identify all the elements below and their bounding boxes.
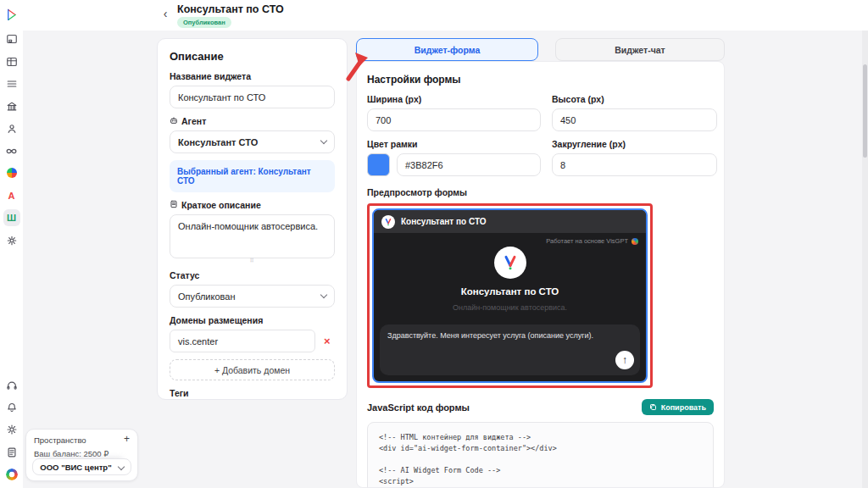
preview-center-subtitle: Онлайн-помощник автосервиса. [374,303,646,312]
sidebar-rail: A Ш [0,0,23,488]
preview-header: Консультант по СТО [374,210,646,233]
status-badge: Опубликован [177,17,231,28]
short-description-label: Краткое описание [170,200,335,210]
short-description-textarea[interactable]: Онлайн-помощник автосервиса. [170,214,335,258]
tab-widget-form[interactable]: Виджет-форма [356,38,538,61]
scrollbar-thumb[interactable] [863,64,867,158]
border-color-label: Цвет рамки [367,139,541,149]
js-code-title: JavaScript код формы [367,402,470,413]
form-settings-title: Настройки формы [367,74,714,86]
add-workspace-button[interactable]: + [124,435,130,445]
preview-center-avatar-icon [494,247,526,279]
widget-preview: Консультант по СТО Работает на основе Vi… [372,208,648,383]
js-code-text: <!-- HTML контейнер для виджета --> <div… [379,432,702,488]
preview-avatar-icon [381,215,395,229]
sidebar-item-integrations-icon[interactable] [3,142,20,159]
organization-select[interactable]: ООО "ВИС центр" [32,458,131,475]
app-logo-icon[interactable] [3,6,20,23]
chevron-down-icon [117,463,124,470]
preview-center-title: Консультант по СТО [374,286,646,297]
preview-title: Предпросмотр формы [367,187,714,197]
send-button[interactable]: ↑ [615,351,634,369]
copy-icon [649,403,657,411]
sidebar-item-widgets-icon[interactable]: Ш [3,209,20,226]
brand-spiral-icon [3,466,20,483]
height-label: Высота (px) [552,94,717,104]
preview-header-title: Консультант по СТО [401,217,487,226]
workspace-label: Пространство [34,435,86,445]
annotation-highlight-box: Консультант по СТО Работает на основе Vi… [367,203,653,388]
chevron-down-icon [320,291,327,298]
height-input[interactable]: 450 [552,108,717,131]
support-icon[interactable] [3,377,20,394]
remove-domain-icon[interactable]: × [324,335,331,347]
sidebar-item-settings-icon[interactable] [3,232,20,249]
width-label: Ширина (px) [367,94,541,104]
visgpt-icon [632,238,638,245]
tab-widget-chat[interactable]: Виджет-чат [555,38,725,61]
sidebar-item-list-icon[interactable] [3,75,20,92]
add-domain-button[interactable]: + Добавить домен [170,359,335,380]
workspace-card: Пространство + Ваш баланс: 2500 ₽ ООО "В… [25,429,138,481]
width-input[interactable]: 700 [367,108,541,131]
border-color-input[interactable]: #3B82F6 [397,153,541,176]
notifications-bell-icon[interactable] [3,399,20,416]
robot-icon [170,116,178,126]
powered-by-text: Работает на основе VisGPT [546,237,628,245]
resize-handle[interactable]: ⠿ [170,258,335,263]
sidebar-item-letter-a-icon[interactable]: A [3,187,20,204]
domain-input[interactable]: vis.center [170,330,315,352]
widget-name-label: Название виджета [170,71,335,81]
top-bar: ‹ Консультант по СТО Опубликован [0,0,868,30]
tags-label: Теги [170,388,335,398]
preview-message-input[interactable]: Здравствуйте. Меня интересует услуга (оп… [380,324,640,375]
sidebar-item-users-icon[interactable] [3,120,20,137]
theme-toggle-icon[interactable] [3,421,20,438]
radius-input[interactable]: 8 [552,153,717,176]
agent-select[interactable]: Консультант СТО [170,130,335,153]
chevron-down-icon [320,137,327,144]
sidebar-item-organization-icon[interactable] [3,97,20,114]
status-label: Статус [170,270,335,280]
selected-agent-info: Выбранный агент: Консультант СТО [170,160,335,192]
widget-form-panel: Настройки формы Ширина (px) 700 Высота (… [356,61,725,488]
back-button[interactable]: ‹ [158,6,173,21]
page-scrollbar[interactable] [862,30,868,488]
widget-name-input[interactable]: Консультант по СТО [170,86,335,108]
sidebar-item-pages-icon[interactable] [3,30,20,47]
document-icon [170,200,178,210]
color-swatch[interactable] [367,153,390,176]
js-code-block[interactable]: <!-- HTML контейнер для виджета --> <div… [367,422,714,488]
sidebar-item-table-icon[interactable] [3,53,20,70]
page-title: Консультант по СТО [177,3,284,15]
domains-label: Домены размещения [170,315,335,325]
description-title: Описание [170,50,335,63]
copy-button[interactable]: Копировать [642,399,714,415]
radius-label: Закругление (px) [552,139,717,149]
docs-icon[interactable] [3,444,20,461]
description-panel: Описание Название виджета Консультант по… [157,38,348,400]
agent-label: Агент [170,116,335,126]
sidebar-item-analytics-icon[interactable] [3,164,20,181]
status-select[interactable]: Опубликован [170,285,335,308]
